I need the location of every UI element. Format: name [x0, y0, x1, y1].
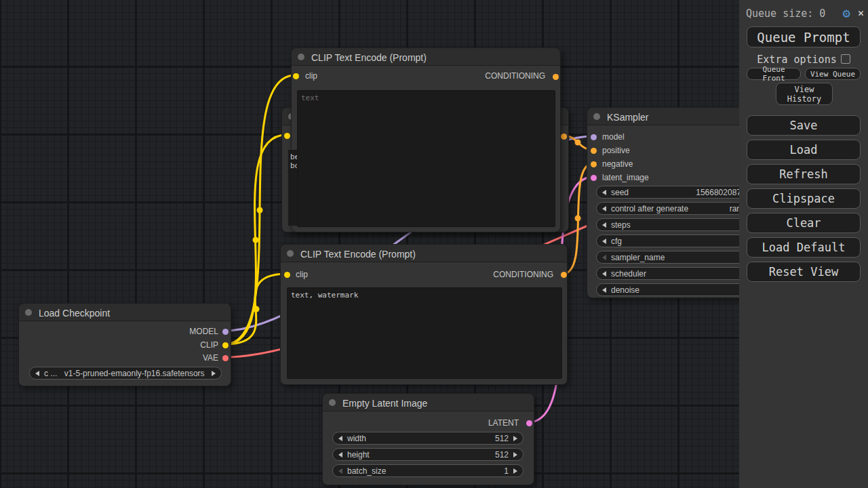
- node-ksampler[interactable]: KSampler model positive negative latent_…: [587, 107, 763, 298]
- decrement-arrow-icon[interactable]: [338, 468, 342, 474]
- widget-label: control after generate: [611, 204, 688, 214]
- ckpt-name-widget[interactable]: c ... v1-5-pruned-emaonly-fp16.safetenso…: [29, 367, 222, 380]
- decrement-arrow-icon[interactable]: [602, 255, 606, 260]
- clip-output-label: CLIP: [200, 340, 218, 350]
- conditioning-output-slot[interactable]: [561, 272, 567, 278]
- node-title: CLIP Text Encode (Prompt): [300, 249, 416, 260]
- conditioning-output-slot[interactable]: [561, 134, 567, 140]
- widget-label: steps: [611, 220, 631, 230]
- width-widget[interactable]: width 512: [332, 432, 524, 445]
- vae-output-slot[interactable]: [222, 355, 229, 361]
- node-title: KSampler: [607, 112, 648, 123]
- steps-widget[interactable]: steps: [596, 218, 755, 231]
- node-title-bar[interactable]: Empty Latent Image: [322, 393, 534, 411]
- next-option-arrow-icon[interactable]: [212, 371, 216, 376]
- widget-label: seed: [611, 188, 629, 197]
- decrement-arrow-icon[interactable]: [602, 222, 606, 228]
- link-clip-hidden: [224, 135, 286, 344]
- decrement-arrow-icon[interactable]: [338, 452, 342, 458]
- extra-options-checkbox[interactable]: [841, 54, 850, 64]
- negative-input-slot[interactable]: [591, 161, 597, 167]
- reset-view-button[interactable]: Reset View: [747, 262, 861, 282]
- cfg-widget[interactable]: cfg: [596, 235, 755, 247]
- queue-prompt-button[interactable]: Queue Prompt: [747, 26, 861, 47]
- decrement-arrow-icon[interactable]: [602, 190, 606, 195]
- node-title-bar[interactable]: Load Checkpoint: [18, 303, 231, 321]
- conditioning-output-label: CONDITIONING: [485, 71, 545, 81]
- clipspace-button[interactable]: Clipspace: [747, 188, 861, 209]
- scheduler-widget[interactable]: scheduler: [596, 267, 755, 280]
- node-title: Load Checkpoint: [39, 308, 110, 319]
- link-midpoint-dot: [575, 216, 581, 222]
- decrement-arrow-icon[interactable]: [602, 287, 606, 293]
- close-icon[interactable]: ✕: [858, 8, 864, 18]
- settings-gear-icon[interactable]: ⚙: [843, 7, 850, 20]
- collapse-dot-icon[interactable]: [298, 54, 304, 60]
- node-title-bar[interactable]: CLIP Text Encode (Prompt): [291, 47, 561, 66]
- conditioning-output-label: CONDITIONING: [493, 270, 553, 279]
- extra-options-label: Extra options: [757, 54, 836, 66]
- widget-label: c ...: [44, 369, 57, 378]
- widget-value: ran: [688, 204, 741, 214]
- model-output-slot[interactable]: [222, 329, 229, 335]
- decrement-arrow-icon[interactable]: [602, 239, 606, 244]
- collapse-dot-icon[interactable]: [25, 309, 32, 316]
- vae-output-label: VAE: [203, 353, 218, 363]
- refresh-button[interactable]: Refresh: [747, 164, 861, 184]
- clip-input-slot[interactable]: [284, 272, 290, 278]
- increment-arrow-icon[interactable]: [513, 452, 517, 458]
- decrement-arrow-icon[interactable]: [602, 206, 606, 211]
- collapse-dot-icon[interactable]: [329, 399, 336, 406]
- node-empty-latent-image[interactable]: Empty Latent Image LATENT width 512 heig…: [322, 393, 534, 485]
- link-midpoint-dot: [254, 306, 260, 312]
- node-title-bar[interactable]: KSampler: [587, 107, 763, 125]
- negative-prompt-textarea[interactable]: text, watermark: [287, 287, 562, 379]
- queue-front-button[interactable]: Queue Front: [747, 68, 801, 80]
- height-widget[interactable]: height 512: [332, 448, 524, 461]
- widget-value: 1566802087: [629, 188, 741, 197]
- prompt-textarea[interactable]: [297, 90, 555, 227]
- collapse-dot-icon[interactable]: [287, 250, 294, 257]
- increment-arrow-icon[interactable]: [513, 468, 517, 474]
- hidden-prompt-textarea-sliver[interactable]: be bo: [288, 150, 297, 226]
- increment-arrow-icon[interactable]: [513, 436, 517, 441]
- hidden-text-line: be: [290, 152, 297, 161]
- widget-label: scheduler: [611, 269, 646, 279]
- model-input-slot[interactable]: [591, 134, 597, 140]
- collapse-dot-icon[interactable]: [593, 113, 600, 120]
- link-midpoint-dot: [575, 140, 581, 146]
- node-clip-text-encode-top[interactable]: CLIP Text Encode (Prompt) clip CONDITION…: [291, 47, 561, 232]
- prev-option-arrow-icon[interactable]: [35, 371, 39, 376]
- node-title: CLIP Text Encode (Prompt): [311, 52, 427, 63]
- view-history-button[interactable]: View History: [776, 83, 833, 105]
- node-load-checkpoint[interactable]: Load Checkpoint MODEL CLIP VAE c ... v1-…: [18, 303, 231, 386]
- sampler-name-widget[interactable]: sampler_name: [596, 251, 755, 264]
- load-button[interactable]: Load: [747, 140, 861, 160]
- node-graph-canvas[interactable]: CLIP Text Encode (Prompt) clip CONDITION…: [0, 0, 868, 488]
- node-title: Empty Latent Image: [342, 398, 427, 409]
- latent-output-label: LATENT: [488, 418, 519, 428]
- clear-button[interactable]: Clear: [747, 213, 861, 233]
- seed-widget[interactable]: seed 1566802087: [596, 186, 755, 199]
- link-midpoint-dot: [253, 237, 259, 243]
- batch-size-widget[interactable]: batch_size 1: [332, 464, 524, 477]
- hidden-text-line: bo: [290, 161, 297, 170]
- denoise-widget[interactable]: denoise: [596, 283, 755, 296]
- node-title-bar[interactable]: CLIP Text Encode (Prompt): [280, 244, 568, 262]
- load-default-button[interactable]: Load Default: [747, 237, 861, 258]
- clip-input-slot[interactable]: [293, 73, 299, 79]
- decrement-arrow-icon[interactable]: [602, 271, 606, 277]
- save-button[interactable]: Save: [747, 115, 861, 136]
- view-queue-button[interactable]: View Queue: [805, 68, 861, 80]
- node-clip-text-encode-negative[interactable]: CLIP Text Encode (Prompt) clip CONDITION…: [280, 244, 568, 385]
- widget-label: height: [347, 450, 370, 460]
- latent-image-input-slot[interactable]: [591, 175, 597, 181]
- conditioning-output-slot[interactable]: [553, 74, 559, 80]
- clip-output-slot[interactable]: [222, 342, 229, 348]
- link-midpoint-dot: [257, 207, 263, 214]
- control-after-generate-widget[interactable]: control after generate ran: [596, 202, 755, 215]
- clip-input-slot[interactable]: [284, 133, 290, 139]
- latent-output-slot[interactable]: [526, 420, 532, 426]
- decrement-arrow-icon[interactable]: [338, 436, 342, 441]
- positive-input-slot[interactable]: [591, 148, 597, 154]
